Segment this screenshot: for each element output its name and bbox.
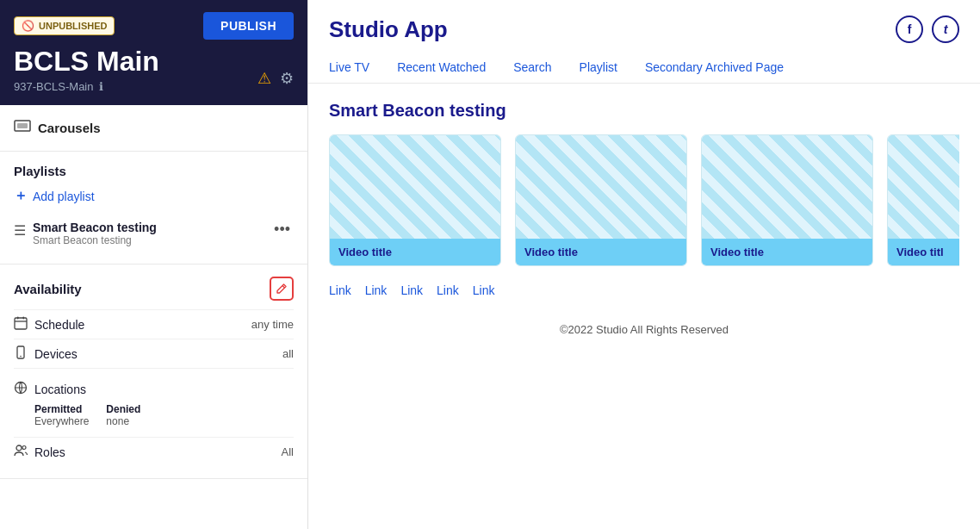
video-label-3: Video title — [702, 239, 872, 265]
thumbnail-pattern-4 — [888, 135, 959, 239]
roles-left: Roles — [14, 444, 65, 460]
devices-row: Devices all — [14, 339, 294, 368]
video-card-1: Video title — [329, 134, 501, 266]
video-label-4: Video titl — [888, 239, 959, 265]
main-body: Smart Beacon testing Video title Video t… — [308, 84, 980, 529]
app-title: Studio App — [329, 16, 448, 43]
svg-rect-3 — [17, 317, 19, 320]
devices-label: Devices — [34, 347, 78, 361]
video-thumbnail-3 — [702, 135, 872, 239]
playlist-sub: Smart Beacon testing — [33, 234, 157, 246]
info-icon[interactable]: ℹ — [99, 80, 103, 93]
svg-point-9 — [22, 446, 26, 450]
page-title: BCLS Main — [14, 47, 159, 77]
sidebar-title-block: BCLS Main 937-BCLS-Main ℹ — [14, 47, 159, 93]
permitted-value: Everywhere — [34, 415, 89, 427]
schedule-value: any time — [251, 318, 294, 331]
schedule-left: Schedule — [14, 316, 84, 333]
schedule-row: Schedule any time — [14, 309, 294, 339]
permitted-label: Permitted — [34, 403, 89, 415]
sidebar-body: Carousels Playlists ＋ Add playlist ☰ Sma… — [0, 105, 307, 529]
video-thumbnail-1 — [330, 135, 500, 239]
facebook-icon[interactable]: f — [896, 16, 923, 43]
schedule-icon — [14, 316, 28, 333]
roles-value: All — [282, 445, 294, 458]
roles-row: Roles All — [14, 437, 294, 466]
unpublished-badge: 🚫 UNPUBLISHED — [14, 16, 115, 35]
link-4[interactable]: Link — [437, 283, 459, 297]
unpublished-label: UNPUBLISHED — [39, 21, 107, 31]
plus-icon: ＋ — [14, 187, 28, 205]
sidebar-top-row: 🚫 UNPUBLISHED PUBLISH — [14, 12, 294, 40]
video-label-2: Video title — [516, 239, 686, 265]
main-content: Studio App f t Live TV Recent Watched Se… — [308, 0, 980, 529]
denied-value: none — [106, 415, 140, 427]
sidebar-header-inner: BCLS Main 937-BCLS-Main ℹ ⚠ ⚙ — [14, 47, 294, 93]
add-playlist-label: Add playlist — [33, 190, 95, 203]
svg-rect-2 — [15, 318, 27, 329]
twitter-icon[interactable]: t — [932, 16, 959, 43]
playlist-name: Smart Beacon testing — [33, 221, 157, 234]
add-playlist-button[interactable]: ＋ Add playlist — [14, 187, 294, 205]
link-3[interactable]: Link — [400, 283, 423, 297]
nav-tab-list: Live TV Recent Watched Search Playlist S… — [329, 53, 959, 83]
availability-edit-button[interactable] — [270, 277, 294, 301]
social-icons: f t — [896, 16, 959, 43]
devices-icon — [14, 345, 28, 362]
locations-sub: Permitted Everywhere Denied none — [14, 403, 140, 431]
video-card-2: Video title — [515, 134, 687, 266]
nav-tabs: Live TV Recent Watched Search Playlist S… — [329, 53, 959, 83]
section-heading: Smart Beacon testing — [329, 101, 959, 121]
svg-rect-4 — [23, 317, 25, 320]
devices-left: Devices — [14, 345, 78, 362]
tab-search[interactable]: Search — [499, 53, 565, 83]
svg-rect-1 — [17, 123, 28, 128]
video-thumbnail-4 — [888, 135, 959, 239]
publish-button[interactable]: PUBLISH — [203, 12, 294, 40]
carousels-icon — [14, 117, 31, 139]
locations-label: Locations — [34, 383, 86, 396]
tab-recent-watched[interactable]: Recent Watched — [383, 53, 499, 83]
video-thumbnail-2 — [516, 135, 686, 239]
video-label-1: Video title — [330, 239, 500, 265]
subtitle-row: 937-BCLS-Main ℹ — [14, 80, 159, 93]
carousels-section[interactable]: Carousels — [0, 105, 307, 152]
list-icon: ☰ — [14, 222, 26, 239]
roles-icon — [14, 444, 28, 460]
main-header: Studio App f t Live TV Recent Watched Se… — [308, 0, 980, 84]
page-id: 937-BCLS-Main — [14, 80, 94, 93]
playlists-title: Playlists — [14, 164, 294, 178]
thumbnail-pattern-1 — [330, 135, 500, 239]
more-options-button[interactable]: ••• — [270, 221, 294, 239]
playlist-item: ☰ Smart Beacon testing Smart Beacon test… — [14, 215, 294, 252]
main-header-top: Studio App f t — [329, 16, 959, 43]
link-5[interactable]: Link — [473, 283, 495, 297]
link-2[interactable]: Link — [365, 283, 388, 297]
availability-section: Availability — [0, 264, 307, 479]
playlists-section: Playlists ＋ Add playlist ☰ Smart Beacon … — [0, 152, 307, 264]
availability-title: Availability — [14, 282, 82, 296]
warning-icon[interactable]: ⚠ — [257, 69, 271, 88]
video-card-3: Video title — [701, 134, 873, 266]
links-row: Link Link Link Link Link — [329, 283, 959, 297]
tab-playlist[interactable]: Playlist — [566, 53, 631, 83]
denied-label: Denied — [106, 403, 140, 415]
thumbnail-pattern-2 — [516, 135, 686, 239]
locations-row: Locations Permitted Everywhere Denied no… — [14, 368, 294, 437]
sidebar-header: 🚫 UNPUBLISHED PUBLISH BCLS Main 937-BCLS… — [0, 0, 307, 105]
eye-slash-icon: 🚫 — [22, 20, 34, 32]
footer-text: ©2022 Studio All Rights Reserved — [329, 323, 959, 336]
svg-point-6 — [20, 356, 22, 358]
svg-point-8 — [16, 445, 22, 451]
link-1[interactable]: Link — [329, 283, 351, 297]
availability-header: Availability — [14, 277, 294, 301]
gear-icon[interactable]: ⚙ — [280, 69, 294, 88]
tab-secondary-archived[interactable]: Secondary Archived Page — [631, 53, 797, 83]
playlist-info: Smart Beacon testing Smart Beacon testin… — [33, 221, 157, 246]
tab-live-tv[interactable]: Live TV — [329, 53, 383, 83]
sidebar: 🚫 UNPUBLISHED PUBLISH BCLS Main 937-BCLS… — [0, 0, 308, 529]
permitted-item: Permitted Everywhere — [34, 403, 89, 427]
locations-icon — [14, 381, 28, 397]
playlist-item-left: ☰ Smart Beacon testing Smart Beacon test… — [14, 221, 157, 246]
roles-label: Roles — [34, 445, 65, 459]
